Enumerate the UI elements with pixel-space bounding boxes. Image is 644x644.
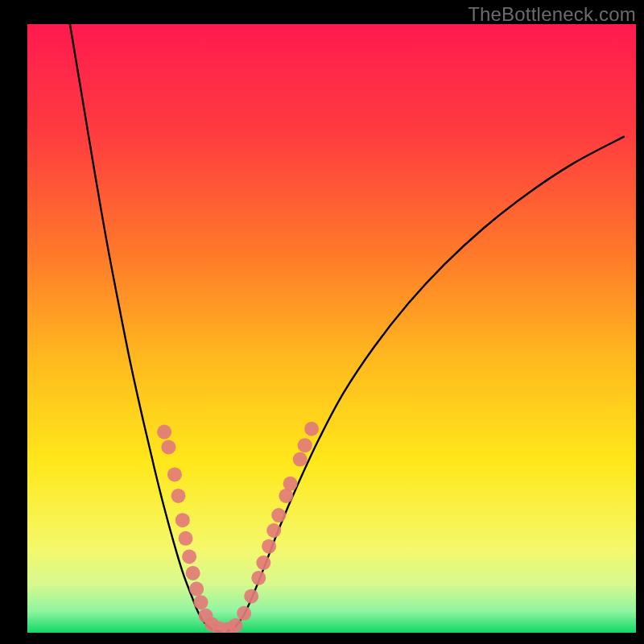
data-point	[179, 531, 193, 546]
data-point	[193, 595, 208, 609]
data-point	[262, 539, 276, 554]
data-point	[161, 440, 175, 454]
data-point	[171, 489, 185, 503]
data-point	[298, 438, 312, 452]
data-point	[244, 589, 258, 604]
data-point	[186, 566, 200, 580]
data-point	[189, 582, 204, 597]
chart-frame: TheBottleneck.com	[0, 0, 644, 644]
data-point	[251, 571, 266, 585]
data-point	[271, 508, 286, 522]
data-point	[229, 618, 243, 633]
data-point	[167, 467, 182, 481]
data-point	[293, 452, 308, 467]
data-point	[283, 477, 298, 491]
data-point	[157, 425, 171, 440]
gradient-background	[27, 24, 636, 633]
data-point	[237, 606, 251, 621]
watermark-label: TheBottleneck.com	[468, 3, 636, 26]
data-point	[256, 555, 270, 570]
data-point	[182, 550, 196, 564]
data-point	[175, 513, 190, 527]
data-point	[266, 523, 281, 538]
bottleneck-chart	[0, 0, 644, 644]
data-point	[304, 422, 319, 436]
